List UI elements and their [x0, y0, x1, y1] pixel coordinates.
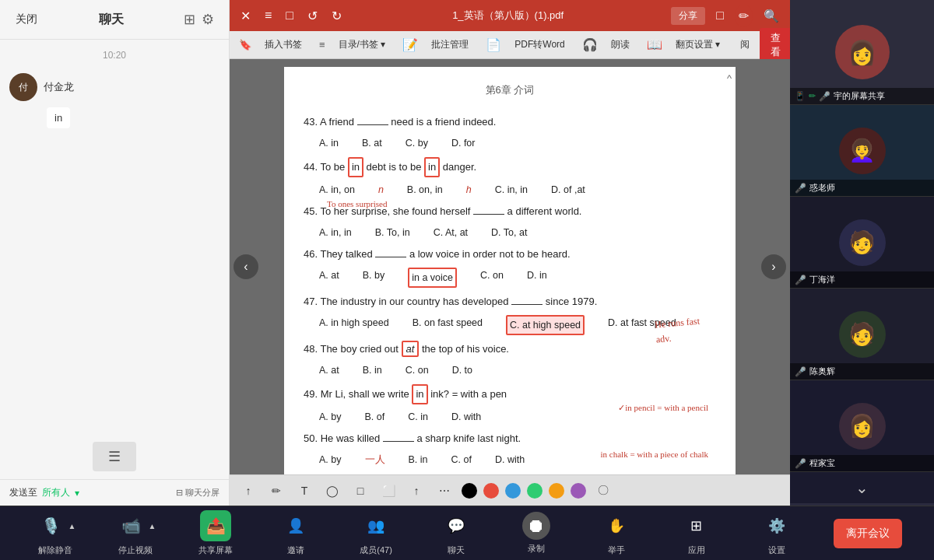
- settings-icon[interactable]: ⚙: [198, 9, 217, 30]
- q44-handwriting: n: [378, 182, 384, 198]
- participant-name-top: 📱 ✏ 🎤 宇的屏幕共享: [790, 88, 934, 104]
- q46-c: C. on: [480, 268, 504, 288]
- mic-icon-2: 🎤: [795, 183, 806, 194]
- video-chevron[interactable]: ▲: [148, 522, 156, 530]
- q48-options: A. at B. in C. on D. to He runs fastadv.: [319, 362, 716, 378]
- q46-text: 46. They talked a low voice in order not…: [304, 248, 571, 260]
- stop-video-button[interactable]: 📹 ▲ 停止视频: [112, 510, 159, 556]
- pdf-viewer: ✕ ≡ □ ↺ ↻ 1_英语（第八版）(1).pdf 分享 □ ✏ 🔍 🔖 插入…: [230, 0, 790, 506]
- prev-page-button[interactable]: ‹: [234, 254, 258, 279]
- more-participants[interactable]: ⌄: [790, 472, 934, 503]
- toc-btn[interactable]: 目录/书签 ▾: [332, 35, 392, 54]
- settings-icon: ⚙️: [761, 510, 792, 541]
- toc-icon: ≡: [316, 36, 328, 54]
- question-47: 47. The industry in our country has deve…: [304, 294, 716, 310]
- anno-pen[interactable]: ✏: [265, 480, 287, 502]
- invite-label: 邀请: [287, 544, 304, 556]
- color-orange[interactable]: [549, 483, 564, 499]
- q44-handwriting2: h: [466, 182, 472, 198]
- pdf-word-btn[interactable]: PDF转Word: [508, 35, 571, 54]
- q46-b: B. by: [363, 268, 385, 288]
- color-blue[interactable]: [505, 483, 521, 499]
- settings-button[interactable]: ⚙️ 设置: [753, 510, 800, 556]
- q50-d: D. with: [495, 452, 525, 467]
- apps-button[interactable]: ⊞ 应用: [673, 510, 720, 556]
- anno-more[interactable]: ⋯: [434, 480, 455, 502]
- mic-icon-5: 🎤: [795, 458, 806, 469]
- anno-eraser[interactable]: ◯: [321, 480, 343, 502]
- annotation-icon[interactable]: ✏: [735, 5, 753, 27]
- q43-a: A. in: [319, 135, 339, 151]
- anno-size[interactable]: 〇: [592, 480, 614, 502]
- color-green[interactable]: [527, 483, 542, 499]
- split-chat-button[interactable]: ⊟ 聊天分屏: [176, 487, 219, 499]
- next-page-button[interactable]: ›: [761, 254, 786, 279]
- unmute-button[interactable]: 🎙️ ▲ 解除静音: [32, 510, 79, 556]
- insert-bookmark-btn[interactable]: 插入书签: [258, 35, 308, 54]
- pdf-top-toolbar: ✕ ≡ □ ↺ ↻ 1_英语（第八版）(1).pdf 分享 □ ✏ 🔍: [230, 0, 790, 31]
- page-settings-btn[interactable]: 翻页设置 ▾: [669, 35, 726, 54]
- handwriting-chalk: in chalk = with a piece of chalk: [601, 448, 708, 462]
- raise-hand-label: 举手: [608, 544, 625, 556]
- close-pdf-icon[interactable]: ✕: [237, 5, 254, 26]
- members-icon: 👥: [360, 510, 392, 541]
- raise-hand-icon: ✋: [601, 510, 632, 541]
- share-screen-label: 共享屏幕: [198, 544, 233, 556]
- search-icon[interactable]: 🔍: [760, 5, 782, 26]
- unmute-icon: 🎙️: [36, 510, 67, 541]
- leave-meeting-button[interactable]: 离开会议: [834, 519, 902, 548]
- q44-b: B. on, in: [407, 182, 443, 198]
- anno-shape[interactable]: □: [349, 480, 371, 502]
- settings-label: 设置: [768, 544, 785, 556]
- redo-icon[interactable]: ↻: [328, 5, 345, 26]
- share-screen-button[interactable]: 📤 共享屏幕: [192, 510, 239, 556]
- record-icon: ⏺: [522, 512, 550, 540]
- color-black[interactable]: [462, 483, 477, 499]
- close-button[interactable]: 关闭: [12, 11, 41, 28]
- q47-a: A. in high speed: [319, 315, 389, 335]
- share-button[interactable]: 分享: [671, 7, 705, 25]
- handwriting-runs-fast: He runs fastadv.: [654, 313, 701, 347]
- participant-card-5: 👩 🎤 程家宝: [790, 380, 934, 472]
- tab-view[interactable]: 查看: [760, 28, 790, 62]
- read-btn[interactable]: 朗读: [605, 35, 636, 54]
- q45-b: B. To, in: [375, 225, 410, 240]
- share-screen-icon: 📤: [200, 510, 231, 541]
- q50-a: A. by: [319, 452, 342, 467]
- screenshot-icon[interactable]: ⊞: [181, 9, 198, 30]
- anno-text[interactable]: T: [293, 480, 315, 502]
- anno-arrow[interactable]: ↑: [237, 480, 259, 502]
- list-icon[interactable]: ☰: [93, 442, 136, 471]
- q48-a: A. at: [319, 362, 339, 378]
- undo-icon[interactable]: ↺: [304, 5, 321, 26]
- annotation-mgr-btn[interactable]: 批注管理: [425, 35, 475, 54]
- page-icon[interactable]: □: [713, 5, 727, 26]
- record-label: 录制: [528, 543, 545, 555]
- anno-stamp[interactable]: ↑: [406, 480, 427, 502]
- invite-button[interactable]: 👤 邀请: [272, 510, 319, 556]
- invite-icon: 👤: [280, 510, 311, 541]
- participant-card-top: 👩 📱 ✏ 🎤 宇的屏幕共享: [790, 0, 934, 105]
- raise-hand-button[interactable]: ✋ 举手: [593, 510, 640, 556]
- extra-btn[interactable]: 阅: [734, 35, 756, 54]
- record-button[interactable]: ⏺ 录制: [513, 512, 560, 555]
- send-to-dropdown[interactable]: 所有人: [42, 486, 70, 499]
- save-icon[interactable]: □: [283, 5, 297, 26]
- q49-a: A. by: [319, 409, 342, 425]
- menu-icon[interactable]: ≡: [262, 5, 275, 26]
- participant-icon-share: 📱: [795, 91, 806, 101]
- unmute-chevron[interactable]: ▲: [68, 522, 76, 530]
- chat-button[interactable]: 💬 聊天: [433, 510, 479, 556]
- collapse-button[interactable]: ^: [727, 71, 732, 87]
- color-purple[interactable]: [571, 483, 586, 499]
- participants-panel: 👩 📱 ✏ 🎤 宇的屏幕共享 👩‍🦱 🎤 惑老师 🧑: [790, 0, 934, 506]
- chat-title: 聊天: [41, 12, 181, 28]
- bookmark-icon: 🔖: [236, 36, 255, 54]
- participant-name-5: 🎤 程家宝: [790, 455, 934, 471]
- chat-header: 关闭 聊天 ⊞ ⚙: [0, 0, 229, 40]
- q44-c: C. in, in: [495, 182, 528, 198]
- color-red[interactable]: [483, 483, 499, 499]
- anno-highlight[interactable]: ⬜: [377, 480, 399, 502]
- members-button[interactable]: 👥 成员(47): [353, 510, 399, 556]
- dropdown-chevron[interactable]: ▾: [75, 488, 79, 499]
